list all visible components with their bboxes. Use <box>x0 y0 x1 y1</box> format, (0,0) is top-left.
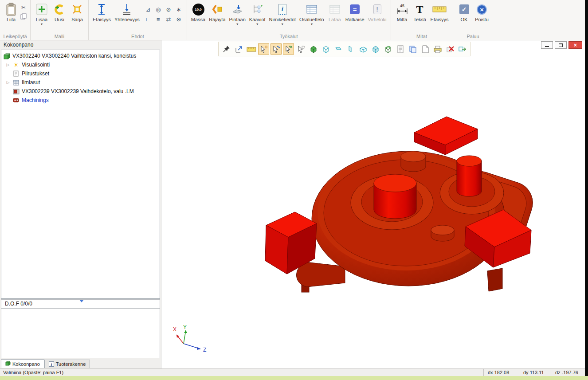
ruler-icon[interactable] <box>246 43 257 55</box>
splitter-collapse-icon[interactable] <box>79 300 84 302</box>
text-icon: T <box>416 2 423 17</box>
shaded-cube-icon[interactable] <box>370 43 381 55</box>
minimize-icon <box>545 46 549 47</box>
constraints-group-label: Ehdot <box>89 34 187 39</box>
tree-item-drawings[interactable]: Piirustukset <box>1 69 160 78</box>
mass-value: 10.0 <box>195 8 202 12</box>
distance-constraint-button[interactable]: Etäisyys <box>91 1 113 23</box>
angle-constraint-icon[interactable]: ⊿ <box>143 5 153 14</box>
viewport-toolbar <box>218 42 470 56</box>
copy-view-icon[interactable] <box>407 43 418 55</box>
add-icon <box>36 2 47 17</box>
series-button[interactable]: Sarja <box>68 1 86 23</box>
measure-button[interactable]: 45 Mitta <box>393 1 411 23</box>
minimize-button[interactable] <box>541 41 553 49</box>
tab-assembly[interactable]: Kokoonpano <box>1 359 44 368</box>
tree-item-label: Machinings <box>22 97 49 103</box>
add-button[interactable]: Lisää ▼ <box>33 1 51 27</box>
text-label: Teksti <box>413 17 426 23</box>
parallel-constraint-icon[interactable]: ≡ <box>153 15 163 24</box>
explode-button[interactable]: Räjäytä <box>207 1 227 23</box>
equal-constraint-icon[interactable]: ⇄ <box>164 15 173 24</box>
exit-label: Poistu <box>475 17 489 23</box>
pick-edge-icon[interactable] <box>270 43 282 55</box>
print-icon[interactable] <box>432 43 443 55</box>
tab-product-structure[interactable]: i Tuoterakenne <box>44 360 90 368</box>
3d-viewport[interactable]: X Y Z <box>161 40 585 368</box>
explode-icon <box>212 2 223 17</box>
ribbon-group-dimensions: 45 Mitta T Teksti Etäisyys Mitat <box>391 0 453 40</box>
assembly-tab-icon <box>5 361 11 367</box>
assembly-cube-icon <box>3 53 10 59</box>
fix-constraint-icon[interactable]: ⊗ <box>174 15 184 24</box>
add-dropdown-arrow[interactable]: ▼ <box>40 23 43 26</box>
tangent-constraint-icon[interactable]: ⊘ <box>164 5 173 14</box>
representations-table-icon <box>12 80 20 86</box>
solid-cube-icon[interactable] <box>308 43 319 55</box>
item-data-dropdown-arrow[interactable]: ▼ <box>281 23 284 26</box>
parts-list-button[interactable]: Osaluettelo ▼ <box>298 1 326 27</box>
mass-button[interactable]: 10.0 Massa <box>189 1 207 23</box>
distance-measure-button[interactable]: Etäisyys <box>429 1 451 23</box>
tree-item-part[interactable]: VX3002239 VX3002239 Vaihdekotelo, valu .… <box>1 87 160 96</box>
panel-empty-area <box>1 308 160 358</box>
plane-front-icon[interactable] <box>333 43 344 55</box>
paste-button[interactable]: Liitä <box>2 1 20 23</box>
sheet-icon[interactable] <box>419 43 431 55</box>
plane-side-icon[interactable] <box>345 43 356 55</box>
maximize-button[interactable] <box>555 41 567 49</box>
model-foot-tab <box>297 262 345 287</box>
to-surface-button[interactable]: Pintaan ▼ <box>227 1 247 27</box>
tree-item-representations[interactable]: ▷ Ilmiasut <box>1 78 160 87</box>
textured-cube-icon[interactable] <box>382 43 393 55</box>
concentric-constraint-icon[interactable]: ◎ <box>153 5 163 14</box>
pick-face-icon[interactable] <box>283 43 294 55</box>
text-button[interactable]: T Teksti <box>411 1 429 23</box>
measure-label: Mitta <box>397 17 408 23</box>
to-surface-dropdown-arrow[interactable]: ▼ <box>236 23 239 26</box>
drawing-page-icon <box>12 71 20 77</box>
model-top-box <box>414 117 478 155</box>
pick-point-icon[interactable] <box>258 43 269 55</box>
expander-icon[interactable]: ▷ <box>6 63 10 67</box>
diagrams-dropdown-arrow[interactable]: ▼ <box>256 23 259 26</box>
status-dy: dy 113.11 <box>519 369 551 376</box>
3d-model[interactable] <box>161 40 585 368</box>
parts-list-dropdown-arrow[interactable]: ▼ <box>310 23 313 26</box>
expander-icon[interactable]: ▷ <box>6 80 10 85</box>
close-button[interactable]: × <box>568 41 582 49</box>
perpendicular-constraint-icon[interactable]: ∟ <box>143 15 153 24</box>
tree-item-visualization[interactable]: ▷ ☀ Visualisointi <box>1 60 160 69</box>
distance-constraint-label: Etäisyys <box>93 17 111 23</box>
symmetry-constraint-icon[interactable]: ∗ <box>174 5 184 14</box>
exit-button[interactable]: × Poistu <box>473 1 491 23</box>
delete-marks-icon[interactable] <box>444 43 455 55</box>
diagrams-button[interactable]: Kaaviot ▼ <box>247 1 267 27</box>
new-button[interactable]: Uusi <box>51 1 68 23</box>
tree-item-root[interactable]: VX3002240 VX3002240 Vaihteiston kansi, k… <box>1 51 160 60</box>
model-center-cylinder-top <box>374 174 416 192</box>
pin-icon[interactable] <box>221 43 232 55</box>
axis-triad: X Y Z <box>171 324 220 353</box>
parts-list-icon[interactable] <box>395 43 406 55</box>
paste-label: Liitä <box>7 17 16 23</box>
solve-button[interactable]: = Ratkaise <box>344 1 366 23</box>
ribbon-toolbar: Liitä ✂ Leikepöytä Lisää ▼ <box>0 0 585 40</box>
tree-item-label: Visualisointi <box>22 62 50 68</box>
to-surface-label: Pintaan <box>229 17 246 23</box>
wire-cube-icon[interactable] <box>320 43 331 55</box>
ok-button[interactable]: ✓ OK <box>455 1 473 23</box>
mass-icon: 10.0 <box>192 2 204 17</box>
tree-item-machinings[interactable]: Machinings <box>1 96 160 105</box>
pick-area-icon[interactable] <box>295 43 306 55</box>
coincidence-button[interactable]: Yhtenevyys <box>113 1 141 23</box>
item-data-button[interactable]: i Nimiketiedot ▼ <box>267 1 298 27</box>
error-log-label: Virheloki <box>368 17 387 23</box>
export-view-icon[interactable] <box>457 43 468 55</box>
load-icon <box>329 2 341 17</box>
box-outline-icon[interactable] <box>357 43 368 55</box>
copy-icon[interactable] <box>20 13 27 20</box>
error-log-button: ! Virheloki <box>366 1 388 23</box>
drag-measure-icon[interactable] <box>233 43 244 55</box>
cut-icon[interactable]: ✂ <box>20 4 27 11</box>
